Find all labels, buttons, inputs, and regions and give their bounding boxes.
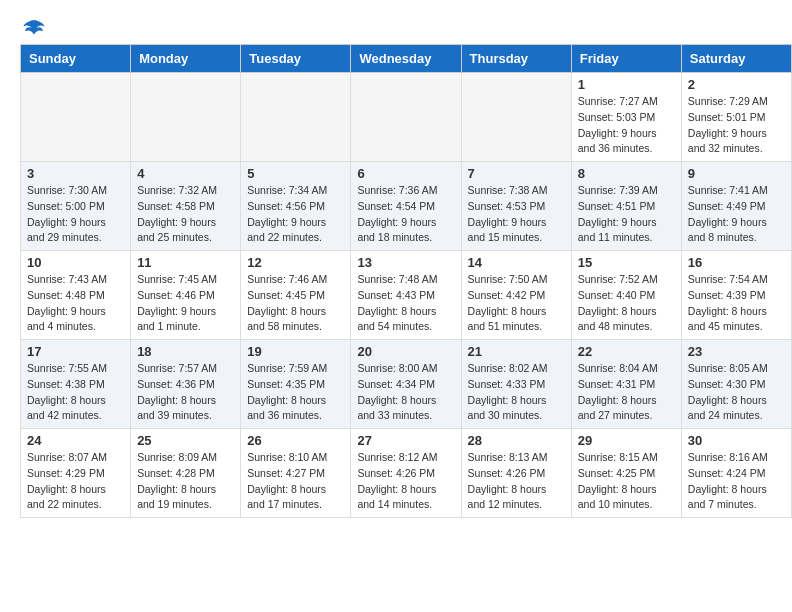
calendar-cell-2-6: 8Sunrise: 7:39 AMSunset: 4:51 PMDaylight… bbox=[571, 162, 681, 251]
day-info: Sunrise: 7:38 AMSunset: 4:53 PMDaylight:… bbox=[468, 183, 565, 246]
calendar-table: SundayMondayTuesdayWednesdayThursdayFrid… bbox=[20, 44, 792, 518]
calendar-cell-1-3 bbox=[241, 73, 351, 162]
day-info: Sunrise: 8:13 AMSunset: 4:26 PMDaylight:… bbox=[468, 450, 565, 513]
calendar-cell-3-2: 11Sunrise: 7:45 AMSunset: 4:46 PMDayligh… bbox=[131, 251, 241, 340]
day-number: 28 bbox=[468, 433, 565, 448]
calendar-wrapper: SundayMondayTuesdayWednesdayThursdayFrid… bbox=[0, 44, 792, 528]
calendar-cell-2-5: 7Sunrise: 7:38 AMSunset: 4:53 PMDaylight… bbox=[461, 162, 571, 251]
calendar-cell-5-4: 27Sunrise: 8:12 AMSunset: 4:26 PMDayligh… bbox=[351, 429, 461, 518]
calendar-cell-5-6: 29Sunrise: 8:15 AMSunset: 4:25 PMDayligh… bbox=[571, 429, 681, 518]
day-number: 9 bbox=[688, 166, 785, 181]
day-number: 26 bbox=[247, 433, 344, 448]
day-info: Sunrise: 7:46 AMSunset: 4:45 PMDaylight:… bbox=[247, 272, 344, 335]
day-number: 11 bbox=[137, 255, 234, 270]
day-info: Sunrise: 7:45 AMSunset: 4:46 PMDaylight:… bbox=[137, 272, 234, 335]
day-number: 3 bbox=[27, 166, 124, 181]
day-number: 25 bbox=[137, 433, 234, 448]
calendar-cell-4-2: 18Sunrise: 7:57 AMSunset: 4:36 PMDayligh… bbox=[131, 340, 241, 429]
weekday-header-friday: Friday bbox=[571, 45, 681, 73]
calendar-cell-2-7: 9Sunrise: 7:41 AMSunset: 4:49 PMDaylight… bbox=[681, 162, 791, 251]
day-number: 27 bbox=[357, 433, 454, 448]
weekday-header-wednesday: Wednesday bbox=[351, 45, 461, 73]
day-info: Sunrise: 7:34 AMSunset: 4:56 PMDaylight:… bbox=[247, 183, 344, 246]
calendar-cell-1-2 bbox=[131, 73, 241, 162]
day-info: Sunrise: 7:27 AMSunset: 5:03 PMDaylight:… bbox=[578, 94, 675, 157]
day-number: 19 bbox=[247, 344, 344, 359]
calendar-cell-3-6: 15Sunrise: 7:52 AMSunset: 4:40 PMDayligh… bbox=[571, 251, 681, 340]
calendar-cell-4-6: 22Sunrise: 8:04 AMSunset: 4:31 PMDayligh… bbox=[571, 340, 681, 429]
day-info: Sunrise: 7:41 AMSunset: 4:49 PMDaylight:… bbox=[688, 183, 785, 246]
day-number: 16 bbox=[688, 255, 785, 270]
calendar-cell-5-5: 28Sunrise: 8:13 AMSunset: 4:26 PMDayligh… bbox=[461, 429, 571, 518]
day-number: 6 bbox=[357, 166, 454, 181]
day-number: 10 bbox=[27, 255, 124, 270]
day-info: Sunrise: 8:12 AMSunset: 4:26 PMDaylight:… bbox=[357, 450, 454, 513]
calendar-cell-3-3: 12Sunrise: 7:46 AMSunset: 4:45 PMDayligh… bbox=[241, 251, 351, 340]
day-info: Sunrise: 7:32 AMSunset: 4:58 PMDaylight:… bbox=[137, 183, 234, 246]
day-number: 12 bbox=[247, 255, 344, 270]
day-info: Sunrise: 7:29 AMSunset: 5:01 PMDaylight:… bbox=[688, 94, 785, 157]
calendar-cell-2-2: 4Sunrise: 7:32 AMSunset: 4:58 PMDaylight… bbox=[131, 162, 241, 251]
weekday-header-thursday: Thursday bbox=[461, 45, 571, 73]
calendar-cell-2-1: 3Sunrise: 7:30 AMSunset: 5:00 PMDaylight… bbox=[21, 162, 131, 251]
day-info: Sunrise: 7:59 AMSunset: 4:35 PMDaylight:… bbox=[247, 361, 344, 424]
calendar-cell-3-4: 13Sunrise: 7:48 AMSunset: 4:43 PMDayligh… bbox=[351, 251, 461, 340]
day-number: 4 bbox=[137, 166, 234, 181]
day-number: 2 bbox=[688, 77, 785, 92]
day-number: 8 bbox=[578, 166, 675, 181]
day-info: Sunrise: 8:16 AMSunset: 4:24 PMDaylight:… bbox=[688, 450, 785, 513]
calendar-cell-4-7: 23Sunrise: 8:05 AMSunset: 4:30 PMDayligh… bbox=[681, 340, 791, 429]
day-number: 13 bbox=[357, 255, 454, 270]
week-row-2: 3Sunrise: 7:30 AMSunset: 5:00 PMDaylight… bbox=[21, 162, 792, 251]
logo bbox=[20, 18, 46, 34]
calendar-cell-1-6: 1Sunrise: 7:27 AMSunset: 5:03 PMDaylight… bbox=[571, 73, 681, 162]
day-info: Sunrise: 7:54 AMSunset: 4:39 PMDaylight:… bbox=[688, 272, 785, 335]
weekday-header-monday: Monday bbox=[131, 45, 241, 73]
day-number: 21 bbox=[468, 344, 565, 359]
week-row-3: 10Sunrise: 7:43 AMSunset: 4:48 PMDayligh… bbox=[21, 251, 792, 340]
day-info: Sunrise: 8:05 AMSunset: 4:30 PMDaylight:… bbox=[688, 361, 785, 424]
day-info: Sunrise: 8:04 AMSunset: 4:31 PMDaylight:… bbox=[578, 361, 675, 424]
day-number: 29 bbox=[578, 433, 675, 448]
day-info: Sunrise: 8:09 AMSunset: 4:28 PMDaylight:… bbox=[137, 450, 234, 513]
day-number: 1 bbox=[578, 77, 675, 92]
day-info: Sunrise: 8:07 AMSunset: 4:29 PMDaylight:… bbox=[27, 450, 124, 513]
day-number: 30 bbox=[688, 433, 785, 448]
logo-bird-icon bbox=[22, 18, 46, 38]
week-row-5: 24Sunrise: 8:07 AMSunset: 4:29 PMDayligh… bbox=[21, 429, 792, 518]
day-info: Sunrise: 7:39 AMSunset: 4:51 PMDaylight:… bbox=[578, 183, 675, 246]
day-info: Sunrise: 8:00 AMSunset: 4:34 PMDaylight:… bbox=[357, 361, 454, 424]
calendar-cell-5-3: 26Sunrise: 8:10 AMSunset: 4:27 PMDayligh… bbox=[241, 429, 351, 518]
calendar-cell-1-5 bbox=[461, 73, 571, 162]
day-info: Sunrise: 7:48 AMSunset: 4:43 PMDaylight:… bbox=[357, 272, 454, 335]
day-number: 15 bbox=[578, 255, 675, 270]
day-number: 24 bbox=[27, 433, 124, 448]
day-number: 23 bbox=[688, 344, 785, 359]
day-info: Sunrise: 7:55 AMSunset: 4:38 PMDaylight:… bbox=[27, 361, 124, 424]
calendar-cell-2-4: 6Sunrise: 7:36 AMSunset: 4:54 PMDaylight… bbox=[351, 162, 461, 251]
calendar-cell-5-1: 24Sunrise: 8:07 AMSunset: 4:29 PMDayligh… bbox=[21, 429, 131, 518]
weekday-header-saturday: Saturday bbox=[681, 45, 791, 73]
day-info: Sunrise: 7:30 AMSunset: 5:00 PMDaylight:… bbox=[27, 183, 124, 246]
day-info: Sunrise: 8:15 AMSunset: 4:25 PMDaylight:… bbox=[578, 450, 675, 513]
calendar-cell-1-7: 2Sunrise: 7:29 AMSunset: 5:01 PMDaylight… bbox=[681, 73, 791, 162]
calendar-cell-5-7: 30Sunrise: 8:16 AMSunset: 4:24 PMDayligh… bbox=[681, 429, 791, 518]
day-number: 17 bbox=[27, 344, 124, 359]
week-row-1: 1Sunrise: 7:27 AMSunset: 5:03 PMDaylight… bbox=[21, 73, 792, 162]
calendar-cell-1-1 bbox=[21, 73, 131, 162]
calendar-cell-3-5: 14Sunrise: 7:50 AMSunset: 4:42 PMDayligh… bbox=[461, 251, 571, 340]
calendar-cell-4-1: 17Sunrise: 7:55 AMSunset: 4:38 PMDayligh… bbox=[21, 340, 131, 429]
calendar-cell-4-4: 20Sunrise: 8:00 AMSunset: 4:34 PMDayligh… bbox=[351, 340, 461, 429]
calendar-cell-4-3: 19Sunrise: 7:59 AMSunset: 4:35 PMDayligh… bbox=[241, 340, 351, 429]
day-info: Sunrise: 7:43 AMSunset: 4:48 PMDaylight:… bbox=[27, 272, 124, 335]
weekday-header-sunday: Sunday bbox=[21, 45, 131, 73]
day-info: Sunrise: 7:36 AMSunset: 4:54 PMDaylight:… bbox=[357, 183, 454, 246]
weekday-header-row: SundayMondayTuesdayWednesdayThursdayFrid… bbox=[21, 45, 792, 73]
day-number: 5 bbox=[247, 166, 344, 181]
day-info: Sunrise: 8:02 AMSunset: 4:33 PMDaylight:… bbox=[468, 361, 565, 424]
day-number: 7 bbox=[468, 166, 565, 181]
day-number: 14 bbox=[468, 255, 565, 270]
day-info: Sunrise: 8:10 AMSunset: 4:27 PMDaylight:… bbox=[247, 450, 344, 513]
day-info: Sunrise: 7:50 AMSunset: 4:42 PMDaylight:… bbox=[468, 272, 565, 335]
week-row-4: 17Sunrise: 7:55 AMSunset: 4:38 PMDayligh… bbox=[21, 340, 792, 429]
